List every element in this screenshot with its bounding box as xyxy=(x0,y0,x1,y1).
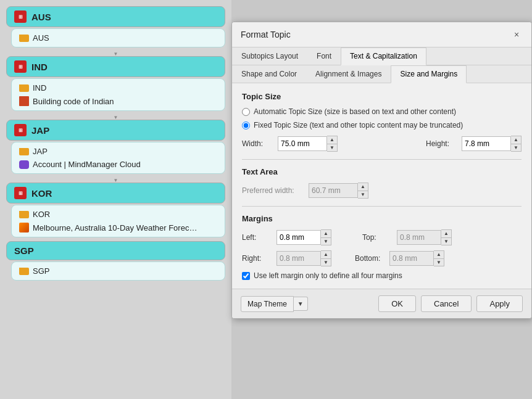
map-theme-dropdown-button[interactable]: ▼ xyxy=(294,297,308,311)
width-spinner[interactable]: ▲ ▼ xyxy=(278,136,338,152)
dialog-content: Topic Size Automatic Topic Size (size is… xyxy=(232,83,531,289)
kor-child-label: KOR xyxy=(33,210,50,219)
preferred-width-spinner-btns: ▲ ▼ xyxy=(358,183,368,199)
topic-kor-label: KOR xyxy=(31,188,52,199)
bottom-up-btn[interactable]: ▲ xyxy=(434,251,444,258)
fixed-size-radio[interactable] xyxy=(242,121,250,130)
ok-button[interactable]: OK xyxy=(378,295,416,312)
preferred-width-down-btn[interactable]: ▼ xyxy=(358,191,368,198)
height-input[interactable] xyxy=(462,136,511,151)
folder-icon xyxy=(19,211,29,218)
close-button[interactable]: × xyxy=(510,28,523,41)
height-up-btn[interactable]: ▲ xyxy=(511,136,521,144)
preferred-width-input[interactable] xyxy=(309,183,358,198)
sgp-child-item[interactable]: SGP xyxy=(17,265,220,278)
right-input[interactable] xyxy=(276,251,321,266)
format-topic-dialog: Format Topic × Subtopics Layout Font Tex… xyxy=(231,22,532,319)
ind-child-item[interactable]: IND xyxy=(17,81,220,94)
right-spinner[interactable]: ▲ ▼ xyxy=(276,250,331,266)
height-spinner[interactable]: ▲ ▼ xyxy=(462,136,522,152)
right-down-btn[interactable]: ▼ xyxy=(321,258,331,266)
margins-row-2: Right: ▲ ▼ Bottom: ▲ ▼ xyxy=(242,250,522,266)
apply-button[interactable]: Apply xyxy=(476,295,523,312)
top-spinner[interactable]: ▲ ▼ xyxy=(397,229,452,245)
width-down-btn[interactable]: ▼ xyxy=(327,144,337,151)
preferred-width-up-btn[interactable]: ▲ xyxy=(358,183,368,191)
dialog-titlebar: Format Topic × xyxy=(232,22,531,47)
topic-size-header: Topic Size xyxy=(242,92,522,101)
dialog-title: Format Topic xyxy=(241,30,291,39)
margins-row-1: Left: ▲ ▼ Top: ▲ ▼ xyxy=(242,229,522,245)
right-label: Right: xyxy=(242,254,273,263)
footer-right: OK Cancel Apply xyxy=(378,295,523,312)
jap-cloud-item[interactable]: Account | MindManager Cloud xyxy=(17,158,220,171)
topic-sgp[interactable]: SGP xyxy=(6,241,225,260)
top-down-btn[interactable]: ▼ xyxy=(441,237,451,245)
aus-icon: ⊞ xyxy=(14,10,27,23)
preferred-width-spinner[interactable]: ▲ ▼ xyxy=(309,183,368,199)
preferred-width-row: Preferred width: ▲ ▼ xyxy=(242,183,522,199)
margins-header: Margins xyxy=(242,214,522,223)
right-up-btn[interactable]: ▲ xyxy=(321,251,331,258)
topic-ind[interactable]: ⊞ IND xyxy=(6,56,225,77)
divider-1 xyxy=(242,159,522,160)
ind-child-label: IND xyxy=(33,83,46,93)
topic-group-jap: ⊞ JAP JAP Account | MindManager Cloud xyxy=(6,120,225,174)
ind-building-item[interactable]: Building code of Indian xyxy=(17,94,220,108)
bottom-spinner[interactable]: ▲ ▼ xyxy=(389,250,444,266)
connector-2 xyxy=(6,115,225,120)
use-left-margin-checkbox[interactable] xyxy=(242,272,250,280)
left-input[interactable] xyxy=(276,230,321,245)
connector-3 xyxy=(6,178,225,183)
width-label: Width: xyxy=(242,139,273,148)
tab-row-2: Shape and Color Alignment & Images Size … xyxy=(232,65,531,83)
folder-icon xyxy=(19,84,29,92)
kor-child-item[interactable]: KOR xyxy=(17,208,220,221)
tab-font[interactable]: Font xyxy=(307,47,341,65)
folder-icon xyxy=(19,35,29,42)
topic-aus[interactable]: ⊞ AUS xyxy=(6,6,225,27)
aus-children: AUS xyxy=(11,28,225,47)
top-up-btn[interactable]: ▲ xyxy=(441,230,451,237)
footer-left: Map Theme ▼ xyxy=(241,296,308,312)
tab-size-margins[interactable]: Size and Margins xyxy=(391,65,467,83)
left-spinner[interactable]: ▲ ▼ xyxy=(276,229,331,245)
jap-icon: ⊞ xyxy=(14,124,27,136)
use-left-margin-row[interactable]: Use left margin only to define all four … xyxy=(242,271,522,280)
topic-sgp-label: SGP xyxy=(14,245,34,256)
auto-size-radio[interactable] xyxy=(242,108,250,116)
tab-subtopics[interactable]: Subtopics Layout xyxy=(232,47,307,65)
width-input[interactable] xyxy=(278,136,327,151)
auto-radio-row[interactable]: Automatic Topic Size (size is based on t… xyxy=(242,107,522,116)
topic-jap[interactable]: ⊞ JAP xyxy=(6,120,225,141)
bottom-input[interactable] xyxy=(389,251,434,266)
bottom-margin-field: Bottom: ▲ ▼ xyxy=(355,250,444,266)
bottom-label: Bottom: xyxy=(355,254,386,263)
left-down-btn[interactable]: ▼ xyxy=(321,237,331,245)
tab-text-cap[interactable]: Text & Capitalization xyxy=(341,47,426,65)
jap-child-item[interactable]: JAP xyxy=(17,145,220,158)
svg-text:⊞: ⊞ xyxy=(19,14,23,20)
cancel-button[interactable]: Cancel xyxy=(421,295,472,312)
text-area-header: Text Area xyxy=(242,167,522,176)
jap-child-label: JAP xyxy=(33,147,48,156)
left-up-btn[interactable]: ▲ xyxy=(321,230,331,237)
bottom-spinner-btns: ▲ ▼ xyxy=(434,250,444,266)
left-label: Left: xyxy=(242,233,273,242)
svg-text:⊞: ⊞ xyxy=(19,128,23,133)
right-spinner-btns: ▲ ▼ xyxy=(321,250,331,266)
height-down-btn[interactable]: ▼ xyxy=(511,144,521,151)
width-up-btn[interactable]: ▲ xyxy=(327,136,337,144)
map-theme-button[interactable]: Map Theme xyxy=(241,296,294,312)
tab-align-images[interactable]: Alignment & Images xyxy=(306,65,391,83)
kor-icon: ⊞ xyxy=(14,187,27,199)
svg-text:⊞: ⊞ xyxy=(19,191,23,196)
bottom-down-btn[interactable]: ▼ xyxy=(434,258,444,266)
tab-shape-color[interactable]: Shape and Color xyxy=(232,65,306,83)
top-input[interactable] xyxy=(397,230,441,245)
topic-kor[interactable]: ⊞ KOR xyxy=(6,183,225,204)
kor-weather-item[interactable]: Melbourne, Australia 10-Day Weather Fore… xyxy=(17,221,220,234)
left-spinner-btns: ▲ ▼ xyxy=(321,229,331,245)
fixed-radio-row[interactable]: Fixed Topic Size (text and other topic c… xyxy=(242,121,522,130)
aus-child-item[interactable]: AUS xyxy=(17,31,220,44)
